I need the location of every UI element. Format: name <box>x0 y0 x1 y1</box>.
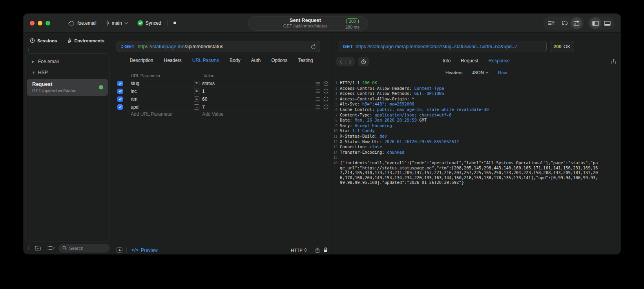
param-checkbox[interactable] <box>117 81 123 86</box>
response-line-16: 16{"incidents":null,"overall":{"code":"o… <box>332 160 619 185</box>
status-text: OK <box>564 44 571 49</box>
tab-response[interactable]: Response <box>489 58 510 64</box>
toggle-bottom-panel-icon[interactable] <box>601 17 613 29</box>
lock-icon[interactable] <box>324 247 328 253</box>
list-options-icon[interactable] <box>47 246 55 250</box>
param-row-slug[interactable]: slug=status <box>117 80 328 87</box>
response-url: https://statuspage.me/api/embed/status?s… <box>356 44 517 49</box>
toolbar-group-requests <box>543 16 584 30</box>
line-number: 1 <box>332 80 338 86</box>
remove-row-icon[interactable] <box>323 104 328 109</box>
equals-icon: = <box>194 104 199 110</box>
subtab-json[interactable]: JSON <box>472 70 489 75</box>
tree-item-foe-email[interactable]: ▶ Foe.email <box>26 57 109 66</box>
param-row-upd[interactable]: upd=7 <box>117 103 328 111</box>
tab-body[interactable]: Body <box>230 58 240 63</box>
tab-description[interactable]: Description <box>130 58 153 63</box>
param-checkbox[interactable] <box>117 96 123 102</box>
param-checkbox[interactable] <box>117 104 123 110</box>
tab-sessions-label: Sessions <box>37 38 57 43</box>
export-share-icon[interactable] <box>611 59 616 65</box>
response-line-3: 3Access-Control-Allow-Methods: GET, OPTI… <box>332 91 619 96</box>
tab-headers[interactable]: Headers <box>164 58 181 63</box>
add-url-parameter-placeholder[interactable]: Add URL Parameter <box>131 111 173 117</box>
add-session-button[interactable]: + <box>27 47 33 53</box>
param-row-rtm[interactable]: rtm=60 <box>117 95 328 103</box>
param-value[interactable]: status <box>202 81 215 86</box>
toolbar-group-layout <box>587 16 615 30</box>
param-name[interactable]: upd <box>131 104 139 110</box>
param-name[interactable]: slug <box>131 81 139 86</box>
preview-button[interactable]: </> Preview <box>131 247 158 253</box>
line-number: 11 <box>332 134 338 139</box>
import-response-icon[interactable] <box>571 17 582 29</box>
row-menu-icon[interactable] <box>316 97 320 101</box>
row-menu-icon[interactable] <box>316 82 320 85</box>
tab-options[interactable]: Options <box>271 58 287 63</box>
share-icon[interactable] <box>315 247 320 253</box>
sent-request-pill[interactable]: Sent Request GET /api/embed/status 200 2… <box>248 16 368 31</box>
refresh-icon[interactable] <box>311 44 316 49</box>
branch-name: main <box>112 20 122 26</box>
tab-info[interactable]: Info <box>443 58 451 64</box>
param-name[interactable]: rtm <box>131 96 137 102</box>
method-selector[interactable]: GET <box>121 44 135 49</box>
subtab-raw[interactable]: Raw <box>498 70 507 75</box>
chevron-down-icon <box>485 72 489 74</box>
row-menu-icon[interactable] <box>316 105 320 109</box>
close-window-button[interactable] <box>30 21 35 25</box>
preview-label: Preview <box>141 247 158 253</box>
remove-session-button[interactable]: − <box>33 47 40 53</box>
project-name: foe.email <box>77 20 97 26</box>
sidebar: Sessions Environments +− ▶ Foe.email <box>24 33 111 254</box>
search-input[interactable]: Search <box>58 244 110 253</box>
row-menu-icon[interactable] <box>316 89 320 93</box>
protocol-selector[interactable]: HTTP <box>291 248 307 253</box>
history-clock-icon <box>30 38 35 43</box>
response-subtabs: HeadersJSONRaw <box>332 70 620 75</box>
param-name[interactable]: inc <box>131 89 137 94</box>
request-url-bar[interactable]: GET https://statuspage.me/api/embed/stat… <box>117 41 320 52</box>
response-body[interactable]: 1HTTP/1.1 200 OK2Access-Control-Allow-He… <box>332 80 619 254</box>
param-checkbox[interactable] <box>117 89 123 94</box>
plus-icon[interactable] <box>27 246 31 250</box>
response-url-box[interactable]: GET https://statuspage.me/api/embed/stat… <box>339 41 547 52</box>
branch-selector[interactable]: main <box>106 20 128 26</box>
line-number: 2 <box>332 86 338 91</box>
toggle-sidebar-icon[interactable] <box>589 17 601 29</box>
request-duration: 280 ms <box>340 25 365 30</box>
remove-row-icon[interactable] <box>323 81 328 86</box>
new-folder-icon[interactable] <box>35 246 41 251</box>
sidebar-footer: Search <box>24 242 111 254</box>
tab-request[interactable]: Request <box>461 58 478 64</box>
column-value: Value <box>204 73 214 78</box>
zoom-window-button[interactable] <box>46 21 50 25</box>
line-number: 12 <box>332 139 338 145</box>
add-value-placeholder[interactable]: Add Value <box>202 111 224 117</box>
tab-auth[interactable]: Auth <box>251 58 261 63</box>
param-value[interactable]: 1 <box>202 89 205 94</box>
remove-row-icon[interactable] <box>323 89 328 94</box>
sessions-panel: ▶ Foe.email ▼ HSP Request GET /api/embed… <box>25 53 109 242</box>
param-value[interactable]: 60 <box>202 96 207 102</box>
tab-sessions[interactable]: Sessions <box>30 38 57 43</box>
status-badge: 200 <box>346 18 359 24</box>
response-line-13: 13Connection: close <box>332 144 619 150</box>
request-list-item-selected[interactable]: Request GET /api/embed/status <box>27 79 108 96</box>
response-line-2: 2Access-Control-Allow-Headers: Content-T… <box>332 86 619 91</box>
remove-row-icon[interactable] <box>323 96 328 102</box>
tab-testing[interactable]: Testing <box>298 58 313 63</box>
param-value[interactable]: 7 <box>202 104 205 110</box>
sort-lines-up-icon[interactable] <box>545 17 557 29</box>
chevron-down-icon <box>124 22 128 24</box>
sync-status[interactable]: Synced <box>137 20 161 26</box>
cloud-project-button[interactable]: foe.email <box>68 20 97 26</box>
linked-loop-icon[interactable] <box>559 17 571 29</box>
tree-item-hsp[interactable]: ▼ HSP <box>26 68 109 77</box>
subtab-headers[interactable]: Headers <box>445 70 462 75</box>
expand-panel-icon[interactable] <box>117 247 122 253</box>
tab-environments[interactable]: Environments <box>66 38 104 43</box>
minimize-window-button[interactable] <box>38 21 42 25</box>
param-row-inc[interactable]: inc=1 <box>117 87 328 95</box>
tab-url-params[interactable]: URL Params <box>192 58 219 63</box>
